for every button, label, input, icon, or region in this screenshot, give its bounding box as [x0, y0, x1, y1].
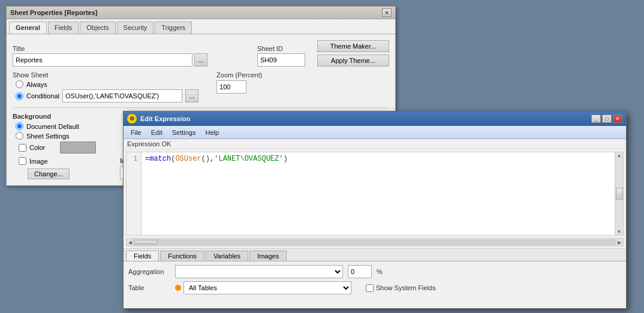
expr-bottom-tabs: Fields Functions Variables Images [124, 249, 626, 261]
aggregation-label: Aggregation [128, 268, 170, 275]
show-sheet-label: Show Sheet [13, 71, 198, 79]
vertical-scrollbar[interactable]: ▲ ▼ [615, 152, 623, 235]
zoom-input[interactable] [216, 80, 246, 94]
zoom-label: Zoom (Percent) [216, 71, 262, 79]
sheet-settings-label: Sheet Settings [26, 133, 70, 140]
change-btn-group: Change... [28, 168, 96, 179]
scroll-thumb[interactable] [134, 240, 158, 245]
expr-maximize-button[interactable]: □ [602, 115, 612, 123]
show-system-fields-checkbox[interactable] [366, 284, 374, 292]
sheet-properties-title: Sheet Properties [Reportes] [10, 9, 97, 16]
expr-icon: ⚙ [127, 114, 137, 124]
conditional-input[interactable] [62, 89, 182, 103]
color-checkbox[interactable] [19, 144, 26, 152]
tab-triggers[interactable]: Triggers [155, 22, 192, 34]
show-sheet-radio-group: Always Conditional ... [13, 80, 198, 103]
image-checkbox[interactable] [19, 157, 26, 165]
horizontal-scrollbar[interactable]: ◀ ▶ [126, 238, 624, 246]
always-radio-row: Always [16, 80, 198, 88]
section-divider [13, 107, 389, 108]
conditional-radio-row: Conditional ... [16, 89, 198, 103]
string-value: 'LANET\OVASQUEZ' [214, 155, 283, 163]
scroll-left-button[interactable]: ◀ [127, 240, 134, 245]
color-swatch[interactable] [60, 142, 96, 154]
percent-symbol: % [377, 268, 383, 275]
paren-close: ) [283, 155, 287, 163]
menu-file[interactable]: File [126, 128, 146, 137]
match-keyword: =match [145, 155, 171, 163]
show-system-fields-checkbox-label: Show System Fields [366, 284, 436, 292]
tab-general[interactable]: General [9, 22, 47, 34]
title-group: Title ... [13, 45, 245, 67]
theme-buttons: Theme Maker... Apply Theme... [317, 40, 389, 67]
image-label: Image [29, 158, 48, 165]
table-label: Table [128, 284, 170, 291]
all-tables-dot [175, 285, 181, 291]
expr-minimize-button[interactable]: _ [591, 115, 601, 123]
osuser-func: OSUser [175, 155, 201, 163]
expr-close-button[interactable]: ✕ [613, 115, 622, 123]
always-radio[interactable] [16, 80, 23, 88]
apply-theme-button[interactable]: Apply Theme... [317, 55, 389, 67]
title-ellipsis-button[interactable]: ... [194, 53, 207, 67]
conditional-label: Conditional [26, 92, 59, 100]
show-system-fields-label: Show System Fields [376, 284, 436, 291]
document-default-row: Document Default [16, 122, 96, 130]
color-checkbox-row: Color [19, 142, 96, 154]
tab-security[interactable]: Security [117, 22, 154, 34]
conditional-ellipsis-button[interactable]: ... [185, 89, 198, 103]
line-numbers: 1 [127, 152, 142, 235]
expr-menubar: File Edit Settings Help [124, 126, 626, 139]
sheet-id-label: Sheet ID [257, 45, 305, 52]
theme-maker-button[interactable]: Theme Maker... [317, 40, 389, 52]
expr-window-buttons: _ □ ✕ [591, 115, 622, 123]
table-row: Table All Tables Show System Fields [128, 281, 621, 294]
tab-objects[interactable]: Objects [80, 22, 115, 34]
tab-fields[interactable]: Fields [48, 22, 79, 34]
document-default-radio[interactable] [16, 122, 23, 130]
aggregation-row: Aggregation % [128, 265, 621, 278]
image-checkbox-row: Image [19, 157, 96, 165]
menu-edit[interactable]: Edit [146, 128, 167, 137]
edit-expression-window: ⚙ Edit Expression _ □ ✕ File Edit Settin… [123, 111, 627, 309]
scroll-track [134, 239, 616, 245]
background-options: Document Default Sheet Settings Color [13, 122, 96, 179]
expr-titlebar-title: Edit Expression [140, 115, 190, 122]
show-sheet-group: Show Sheet Always Conditional ... [13, 71, 198, 103]
sheet-id-input[interactable] [257, 53, 305, 67]
sheet-id-group: Sheet ID [257, 45, 305, 67]
scroll-right-button[interactable]: ▶ [616, 240, 623, 245]
sheet-properties-close-button[interactable]: ✕ [382, 8, 392, 17]
menu-settings[interactable]: Settings [167, 128, 201, 137]
title-input[interactable] [13, 53, 192, 67]
change-button[interactable]: Change... [28, 168, 70, 179]
tab-images[interactable]: Images [249, 251, 287, 261]
sheet-properties-tabbar: General Fields Objects Security Triggers [7, 19, 395, 34]
document-default-label: Document Default [26, 123, 79, 130]
sheet-properties-titlebar: Sheet Properties [Reportes] ✕ [7, 7, 395, 19]
percent-input[interactable] [348, 265, 372, 278]
tab-fields[interactable]: Fields [126, 251, 159, 261]
sheet-settings-radio[interactable] [16, 132, 23, 140]
conditional-radio[interactable] [16, 92, 23, 100]
always-label: Always [26, 81, 47, 88]
background-label: Background [13, 113, 96, 120]
tab-functions[interactable]: Functions [160, 251, 204, 261]
zoom-group: Zoom (Percent) [216, 71, 262, 94]
expr-editor-area: 1 =match(OSUser(),'LANET\OVASQUEZ') ▲ ▼ [126, 152, 624, 236]
expr-bottom-panel: Fields Functions Variables Images Aggreg… [124, 248, 626, 308]
title-label: Title [13, 45, 245, 52]
aggregation-select[interactable] [175, 265, 343, 278]
sheet-settings-row: Sheet Settings [16, 132, 96, 140]
line-number-1: 1 [133, 155, 137, 162]
code-area[interactable]: =match(OSUser(),'LANET\OVASQUEZ') [142, 152, 615, 235]
expr-status: Expression OK [124, 139, 626, 149]
table-select[interactable]: All Tables [183, 281, 351, 294]
color-label: Color [29, 144, 45, 151]
expr-bottom-content: Aggregation % Table All Tables Show Sys [124, 261, 626, 298]
menu-help[interactable]: Help [200, 128, 224, 137]
expr-titlebar: ⚙ Edit Expression _ □ ✕ [124, 112, 626, 126]
expr-titlebar-left: ⚙ Edit Expression [127, 114, 190, 124]
tab-variables[interactable]: Variables [206, 251, 248, 261]
paren-inner: (), [201, 155, 215, 163]
